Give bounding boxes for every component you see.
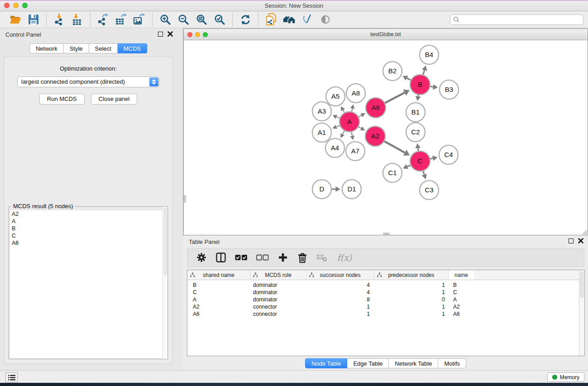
graph-node-A4[interactable]: A4 <box>325 138 344 157</box>
graph-node-A1[interactable]: A1 <box>312 123 331 142</box>
graph-edge-B-B1[interactable] <box>416 95 421 101</box>
close-table-panel-icon[interactable] <box>578 238 583 243</box>
show-columns-icon[interactable] <box>215 252 227 263</box>
graph-edge-B-B3[interactable] <box>430 84 438 90</box>
delete-table-icon[interactable] <box>316 252 328 263</box>
zoom-in-icon[interactable] <box>158 13 172 26</box>
tab-network-table[interactable]: Network Table <box>389 358 438 368</box>
result-list-item[interactable]: A6 <box>10 239 167 247</box>
graph-edge-C-C1[interactable] <box>403 164 411 169</box>
graph-edge-B-B4[interactable] <box>422 66 427 75</box>
tab-select[interactable]: Select <box>89 43 118 53</box>
graph-node-A5[interactable]: A5 <box>326 87 345 106</box>
column-header-name[interactable]: name <box>449 270 474 280</box>
graph-edge-A-A6[interactable] <box>359 113 365 117</box>
export-image-icon[interactable] <box>133 13 146 26</box>
apply-layout-icon[interactable] <box>239 13 252 26</box>
create-column-plus-icon[interactable] <box>277 252 289 263</box>
column-header-shared-name[interactable]: shared name <box>187 270 250 280</box>
graph-edge-C-C3[interactable] <box>422 171 427 179</box>
graph-node-D[interactable]: D <box>312 180 331 199</box>
graph-edge-A-A4[interactable] <box>340 131 344 138</box>
graph-node-A7[interactable]: A7 <box>346 142 365 161</box>
network-vertical-scrollbar[interactable] <box>184 195 186 203</box>
graph-edge-A2-C[interactable] <box>384 141 410 156</box>
minimize-network-window-button[interactable] <box>195 32 200 37</box>
optimization-criterion-select[interactable]: largest connected component (directed) <box>17 76 159 87</box>
network-canvas[interactable]: AA1A2A3A4A5A6A7A8BB1B2B3B4CC1C2C3C4DD1 <box>184 40 588 235</box>
graph-node-A[interactable]: A <box>339 112 359 132</box>
graph-edge-A-A2[interactable] <box>359 126 365 130</box>
graph-node-B3[interactable]: B3 <box>440 80 459 99</box>
result-list-item[interactable]: C <box>10 232 167 239</box>
float-table-panel-icon[interactable] <box>569 238 574 243</box>
graph-node-B2[interactable]: B2 <box>383 62 402 81</box>
graph-edge-A-A8[interactable] <box>350 104 355 111</box>
export-network-icon[interactable] <box>96 13 110 26</box>
result-scrollbar[interactable] <box>163 207 167 359</box>
memory-button[interactable]: Memory <box>547 372 584 382</box>
deselect-all-icon[interactable] <box>256 252 269 263</box>
graph-node-B4[interactable]: B4 <box>420 45 439 64</box>
graph-node-B[interactable]: B <box>410 75 430 95</box>
graph-edge-D-D1[interactable] <box>332 186 340 192</box>
table-settings-gear-icon[interactable] <box>196 252 207 263</box>
tab-style[interactable]: Style <box>64 43 89 53</box>
zoom-out-icon[interactable] <box>177 13 190 26</box>
search-input[interactable] <box>460 15 583 24</box>
graph-node-B1[interactable]: B1 <box>406 103 425 122</box>
home-neighbors-icon[interactable] <box>282 13 296 26</box>
graph-node-A8[interactable]: A8 <box>346 84 365 103</box>
import-table-icon[interactable] <box>71 13 84 26</box>
table-scrollbar[interactable] <box>579 270 584 356</box>
graph-node-C1[interactable]: C1 <box>383 163 402 182</box>
graph-node-C2[interactable]: C2 <box>406 123 425 142</box>
column-header-mcds-role[interactable]: MCDS role <box>250 270 306 280</box>
tab-mcds[interactable]: MCDS <box>118 43 147 53</box>
result-list-item[interactable]: A <box>10 218 167 225</box>
annotation-pen-icon[interactable] <box>301 13 314 26</box>
float-panel-icon[interactable] <box>158 32 163 37</box>
graph-edge-C-C4[interactable] <box>430 156 437 161</box>
graph-edge-A-A3[interactable] <box>332 114 339 119</box>
export-table-icon[interactable] <box>115 13 128 26</box>
graph-node-A2[interactable]: A2 <box>365 126 385 146</box>
graph-edge-A6-B[interactable] <box>385 90 410 103</box>
zoom-fit-icon[interactable] <box>195 13 208 26</box>
close-network-window-button[interactable] <box>187 32 192 37</box>
delete-column-trash-icon[interactable] <box>296 252 308 263</box>
tab-network[interactable]: Network <box>29 43 64 53</box>
task-history-button[interactable] <box>5 372 18 382</box>
import-network-icon[interactable] <box>53 13 66 26</box>
tab-motifs[interactable]: Motifs <box>438 358 466 368</box>
duplicate-network-icon[interactable] <box>264 13 278 26</box>
table-row[interactable]: A2connector11A2 <box>187 303 584 310</box>
network-horizontal-scrollbar[interactable] <box>383 233 390 235</box>
graph-edge-A-A7[interactable] <box>350 132 354 140</box>
table-row[interactable]: A6connector11A6 <box>187 310 584 318</box>
run-mcds-button[interactable]: Run MCDS <box>39 94 85 105</box>
close-panel-button[interactable]: Close panel <box>91 94 138 105</box>
zoom-selected-icon[interactable] <box>213 13 226 26</box>
graph-edge-A-A1[interactable] <box>332 125 339 129</box>
result-list-item[interactable]: A2 <box>10 210 167 218</box>
zoom-network-window-button[interactable] <box>203 32 208 37</box>
graph-edge-B-B2[interactable] <box>402 76 411 81</box>
graph-node-A3[interactable]: A3 <box>312 102 331 121</box>
save-icon[interactable] <box>27 13 40 26</box>
graph-edge-A-A5[interactable] <box>341 106 345 113</box>
show-hide-eye-icon[interactable] <box>319 13 332 26</box>
tab-edge-table[interactable]: Edge Table <box>347 358 389 368</box>
column-header-predecessor-nodes[interactable]: predecessor nodes <box>374 270 449 280</box>
table-row[interactable]: Cdominator41C <box>187 289 584 296</box>
graph-edge-C-C2[interactable] <box>416 143 421 151</box>
table-row[interactable]: Bdominator41B <box>187 281 584 289</box>
open-folder-icon[interactable] <box>9 13 22 26</box>
select-all-icon[interactable] <box>234 252 248 263</box>
resize-grip-icon[interactable] <box>581 229 587 234</box>
graph-node-C3[interactable]: C3 <box>420 181 439 200</box>
close-panel-icon[interactable] <box>167 31 173 37</box>
graph-node-C[interactable]: C <box>410 151 430 171</box>
tab-node-table[interactable]: Node Table <box>305 358 348 368</box>
graph-node-D1[interactable]: D1 <box>342 180 361 199</box>
